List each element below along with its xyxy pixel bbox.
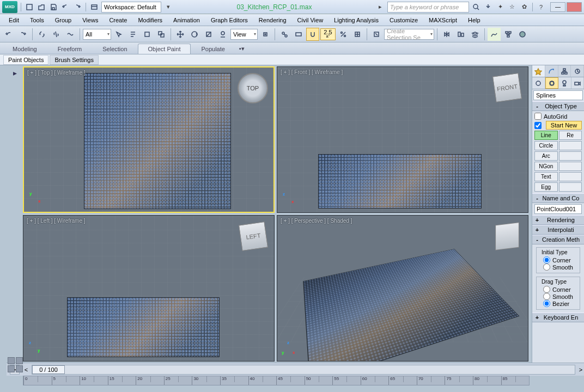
select-region-rect-icon[interactable] <box>141 28 154 41</box>
move-icon[interactable] <box>174 28 187 41</box>
keyboard-shortcut-icon[interactable] <box>292 28 305 41</box>
named-selection-set[interactable]: Create Selection Se <box>384 29 434 40</box>
menu-modifiers[interactable]: Modifiers <box>132 15 168 25</box>
spline-donut-button[interactable] <box>559 151 582 161</box>
menu-tools[interactable]: Tools <box>25 15 50 25</box>
ribbon-tab-selection[interactable]: Selection <box>92 44 137 54</box>
project-icon[interactable] <box>89 2 99 12</box>
play-preview-icon[interactable]: ▸ <box>9 68 20 78</box>
autogrid-checkbox[interactable] <box>534 113 542 120</box>
bind-spacewarp-icon[interactable] <box>64 28 77 41</box>
redo-button[interactable] <box>16 28 29 41</box>
viewport-left[interactable]: [ + ] [ Left ] [ Wireframe ] LEFT y z <box>23 215 275 362</box>
spline-text-button[interactable]: Text <box>534 172 558 181</box>
spline-egg-button[interactable]: Egg <box>534 182 558 192</box>
initial-smooth-radio[interactable] <box>543 264 550 271</box>
ribbon-tab-modeling[interactable]: Modeling <box>2 44 47 54</box>
initial-corner-radio[interactable] <box>543 256 550 264</box>
save-icon[interactable] <box>48 2 58 12</box>
spline-rectangle-button[interactable]: Re <box>559 131 582 140</box>
geometry-cat-icon[interactable] <box>532 77 545 89</box>
layers-icon[interactable] <box>469 28 482 41</box>
sign-in-icon[interactable] <box>483 2 493 12</box>
menu-create[interactable]: Create <box>104 15 132 25</box>
favorite-icon[interactable]: ☆ <box>507 2 517 12</box>
mirror-icon[interactable] <box>440 28 453 41</box>
lights-cat-icon[interactable] <box>558 77 571 89</box>
hierarchy-tab-icon[interactable] <box>558 65 571 77</box>
ribbon-tab-object-paint[interactable]: Object Paint <box>138 44 191 54</box>
menu-customize[interactable]: Customize <box>384 15 423 25</box>
spline-circle-button[interactable]: Circle <box>534 141 558 150</box>
select-object-icon[interactable] <box>112 28 125 41</box>
spline-ngon-button[interactable]: NGon <box>534 162 558 171</box>
unlink-icon[interactable] <box>50 28 63 41</box>
rollout-keyboard-entry[interactable]: +Keyboard En <box>532 313 584 322</box>
spline-arc-button[interactable]: Arc <box>534 151 558 161</box>
startnew-checkbox[interactable] <box>534 122 542 129</box>
ribbon-tab-populate[interactable]: Populate <box>191 44 235 54</box>
spline-ellipse-button[interactable] <box>559 141 582 150</box>
snap-toggle-icon[interactable] <box>306 28 319 41</box>
menu-animation[interactable]: Animation <box>168 15 205 25</box>
menu-help[interactable]: Help <box>463 15 486 25</box>
exchange-icon[interactable]: ✦ <box>495 2 505 12</box>
menu-lighting-analysis[interactable]: Lighting Analysis <box>328 15 384 25</box>
category-dropdown[interactable]: Splines <box>533 90 583 100</box>
communication-icon[interactable]: ✿ <box>519 2 529 12</box>
time-slider-track[interactable]: 0 / 100 <box>32 365 575 375</box>
viewport-perspective[interactable]: [ + ] [ Perspective ] [ Shaded ] x y z <box>277 215 528 362</box>
cameras-cat-icon[interactable] <box>571 77 585 89</box>
infocenter-left-icon[interactable]: ▸ <box>375 2 385 12</box>
spline-line-button[interactable]: Line <box>534 131 558 140</box>
viewcube-top[interactable]: TOP <box>238 73 268 103</box>
workspace-dropdown-icon[interactable]: ▾ <box>163 2 173 12</box>
named-selection-edit-icon[interactable] <box>370 28 383 41</box>
subtab-paint-objects[interactable]: Paint Objects <box>3 55 48 65</box>
timeline-ruler[interactable]: 0510152025303540455055606570758085 <box>23 376 530 385</box>
placement-icon[interactable] <box>216 28 229 41</box>
rollout-rendering[interactable]: +Rendering <box>532 215 584 225</box>
menu-edit[interactable]: Edit <box>3 15 25 25</box>
ribbon-overflow-icon[interactable]: ▪▾ <box>235 43 248 54</box>
viewport-layout-icon[interactable] <box>8 357 24 373</box>
spline-helix-button[interactable] <box>559 172 582 181</box>
viewcube-perspective[interactable] <box>495 222 519 250</box>
ref-coord-system[interactable]: View <box>230 29 258 40</box>
select-by-name-icon[interactable] <box>126 28 139 41</box>
redo-icon[interactable] <box>72 2 82 12</box>
viewcube-left[interactable]: LEFT <box>239 222 268 251</box>
rollout-interpolation[interactable]: +Interpolati <box>532 225 584 235</box>
create-tab-icon[interactable] <box>532 65 545 77</box>
pivot-center-icon[interactable] <box>259 28 272 41</box>
spline-star-button[interactable] <box>559 162 582 171</box>
link-icon[interactable] <box>35 28 48 41</box>
scale-icon[interactable] <box>202 28 215 41</box>
start-new-shape-button[interactable]: Start New <box>546 121 582 130</box>
time-slider-next[interactable]: > <box>577 366 584 373</box>
menu-graph-editors[interactable]: Graph Editors <box>205 15 253 25</box>
rotate-icon[interactable] <box>188 28 201 41</box>
workspace-selector[interactable]: Workspace: Default <box>101 2 161 13</box>
material-editor-icon[interactable] <box>516 28 529 41</box>
undo-button[interactable] <box>2 28 15 41</box>
menu-views[interactable]: Views <box>77 15 104 25</box>
rollout-object-type[interactable]: -Object Type <box>532 101 584 111</box>
subtab-brush-settings[interactable]: Brush Settings <box>50 55 99 65</box>
minimize-button[interactable]: — <box>550 2 565 12</box>
search-input[interactable]: Type a keyword or phrase <box>387 2 469 13</box>
angle-snap-value[interactable]: 2.5a° <box>320 28 336 40</box>
spline-section-button[interactable] <box>559 182 582 192</box>
curve-editor-icon[interactable] <box>488 28 501 41</box>
selection-filter[interactable]: All <box>83 29 111 40</box>
schematic-view-icon[interactable] <box>502 28 515 41</box>
help-icon[interactable]: ? <box>536 2 546 12</box>
new-file-icon[interactable] <box>25 2 34 12</box>
rollout-creation-method[interactable]: -Creation Meth <box>532 235 584 244</box>
time-slider-thumb[interactable]: 0 / 100 <box>32 365 65 374</box>
viewport-front[interactable]: [ + ] [ Front ] [ Wireframe ] FRONT x z <box>277 66 528 213</box>
modify-tab-icon[interactable] <box>545 65 558 77</box>
viewport-top[interactable]: [ + ] [ Top ] [ Wireframe ] TOP x y <box>23 66 275 213</box>
drag-smooth-radio[interactable] <box>543 293 550 300</box>
viewcube-front[interactable]: FRONT <box>492 73 522 102</box>
